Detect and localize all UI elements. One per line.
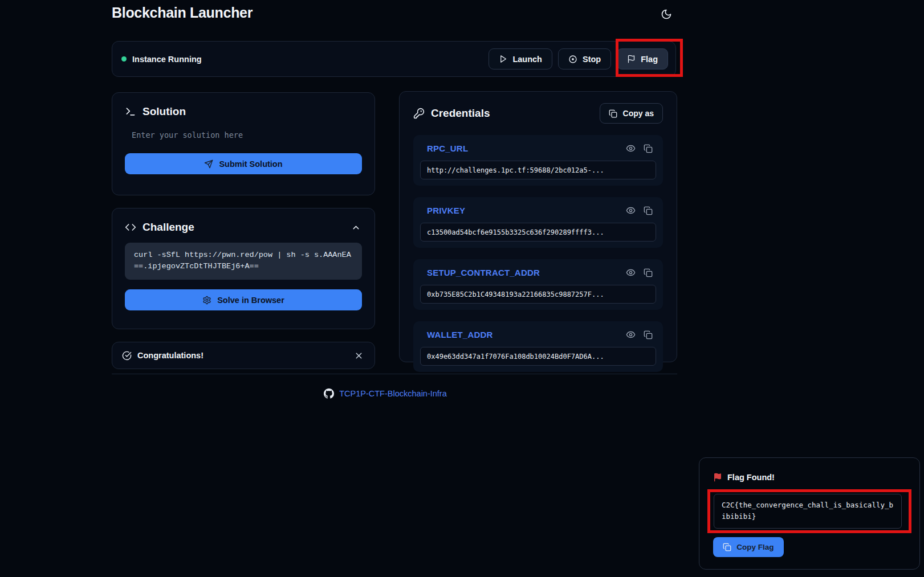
launch-button[interactable]: Launch [489,48,552,69]
github-icon [324,388,334,399]
instance-status: Instance Running [121,55,202,64]
solution-title: Solution [143,105,186,118]
copy-icon[interactable] [641,204,655,218]
instance-status-bar: Instance Running Launch Stop Flag [112,41,676,77]
footer-divider [112,374,677,374]
credential-item: PRIVKEY c13500ad54bcf6e9155b3325c636f290… [413,197,663,248]
page-title: Blockchain Launcher [112,5,253,21]
status-label: Instance Running [132,55,202,64]
copy-icon [609,109,617,118]
credential-value[interactable]: 0x49e63dd347a1f7076Fa108db10024Bd0F7AD6A… [420,347,656,366]
instance-actions: Launch Stop Flag [489,48,668,69]
flag-found-title: Flag Found! [727,473,775,482]
close-icon[interactable] [353,350,365,362]
stop-button[interactable]: Stop [558,48,611,69]
theme-toggle-button[interactable] [657,5,676,24]
blockchain-launcher-app: Blockchain Launcher Instance Running Lau… [0,0,924,577]
credential-item: SETUP_CONTRACT_ADDR 0xb735E85C2b1C493481… [413,259,663,310]
congratulations-message: Congratulations! [137,351,203,360]
stop-circle-icon [568,55,577,64]
credential-item: WALLET_ADDR 0x49e63dd347a1f7076Fa108db10… [413,321,663,372]
launch-button-label: Launch [512,55,542,64]
challenge-panel: Challenge curl -sSfL https://pwn.red/pow… [112,208,375,329]
github-repo-link[interactable]: TCP1P-CTF-Blockchain-Infra [324,388,447,399]
stop-button-label: Stop [583,55,601,64]
credential-label: RPC_URL [427,144,468,153]
solution-panel: Solution Submit Solution [112,92,375,195]
credential-label: SETUP_CONTRACT_ADDR [427,268,540,277]
congratulations-bar: Congratulations! [112,342,375,369]
check-circle-icon [122,351,132,361]
flag-button[interactable]: Flag [617,48,668,69]
chevron-up-icon [351,223,361,232]
submit-solution-label: Submit Solution [219,159,282,169]
moon-icon [661,9,672,20]
copy-as-label: Copy as [623,109,654,118]
eye-icon[interactable] [624,141,638,155]
flag-found-toast: Flag Found! C2C{the_convergence_chall_is… [699,457,920,570]
send-icon [204,159,213,169]
key-icon [413,108,425,119]
flag-button-label: Flag [641,55,658,64]
solve-in-browser-button[interactable]: Solve in Browser [125,289,362,310]
github-repo-label: TCP1P-CTF-Blockchain-Infra [339,389,447,398]
challenge-title: Challenge [143,221,194,234]
play-icon [499,55,507,63]
terminal-icon [125,106,136,117]
credentials-panel: Credentials Copy as RPC_URL [399,91,677,362]
status-dot-icon [121,56,127,62]
credentials-title: Credentials [431,107,490,120]
copy-icon[interactable] [641,142,655,155]
copy-flag-label: Copy Flag [736,543,774,551]
red-flag-icon [713,473,722,482]
credential-value[interactable]: c13500ad54bcf6e9155b3325c636f290289ffff3… [420,223,656,242]
challenge-command[interactable]: curl -sSfL https://pwn.red/pow | sh -s s… [125,243,362,280]
challenge-collapse-button[interactable] [350,222,362,234]
copy-flag-button[interactable]: Copy Flag [713,537,784,557]
code-icon [125,222,136,233]
copy-as-button[interactable]: Copy as [600,103,663,124]
copy-icon[interactable] [641,328,655,342]
credential-value[interactable]: http://challenges.1pc.tf:59688/2bc012a5-… [420,161,656,179]
credential-label: WALLET_ADDR [427,330,493,339]
copy-icon[interactable] [641,266,655,280]
footer: TCP1P-CTF-Blockchain-Infra [112,388,659,399]
flag-value[interactable]: C2C{the_convergence_chall_is_basically_b… [714,494,902,529]
submit-solution-button[interactable]: Submit Solution [125,153,362,174]
flag-icon [627,55,636,63]
gear-icon [202,296,211,305]
credential-item: RPC_URL http://challenges.1pc.tf:59688/2… [413,135,663,186]
eye-icon[interactable] [624,203,638,218]
credential-value[interactable]: 0xb735E85C2b1C49348193a22166835c9887257F… [420,285,656,304]
eye-icon[interactable] [624,265,638,280]
solve-in-browser-label: Solve in Browser [217,296,284,305]
eye-icon[interactable] [624,328,638,342]
copy-icon [723,543,731,551]
solution-input[interactable] [125,128,362,148]
credential-label: PRIVKEY [427,206,465,215]
